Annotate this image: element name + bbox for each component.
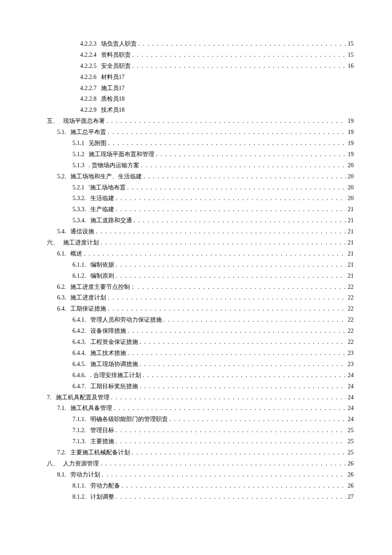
toc-leader-dots	[96, 226, 346, 237]
toc-entry: 六、施工进度计划21	[47, 237, 354, 248]
toc-number: 7.	[47, 392, 56, 403]
toc-leader-dots	[140, 337, 346, 348]
toc-leader-dots	[116, 193, 346, 204]
toc-page-number: 25	[348, 436, 354, 447]
toc-number: 8.1.2.	[72, 491, 90, 503]
toc-entry: 5.3.2.生活临建20	[47, 193, 354, 204]
toc-number: 4.2.2.9	[80, 105, 101, 116]
toc-entry: 7.1.3.主要措施25	[47, 436, 354, 447]
toc-page-number: 24	[348, 370, 354, 381]
toc-entry: 五、现场平面总布署19	[47, 116, 354, 127]
toc-title: 劳动力配备	[90, 480, 120, 491]
toc-page-number: 24	[348, 414, 354, 425]
toc-leader-dots	[143, 370, 346, 381]
toc-entry: 5.1.施工总平布置19	[47, 127, 354, 138]
toc-title: 场负责人职责	[101, 38, 137, 49]
toc-title: '施工场地布置	[89, 182, 126, 193]
toc-page-number: 25	[348, 425, 354, 436]
toc-leader-dots	[114, 403, 346, 414]
toc-number: 4.2.2.4	[80, 49, 101, 61]
toc-leader-dots	[107, 116, 346, 127]
toc-leader-dots	[156, 149, 346, 160]
toc-number: 6.4.7.	[72, 381, 90, 392]
toc-number: 4.2.2.5	[80, 61, 101, 72]
toc-page-number: 22	[348, 314, 354, 325]
toc-title: 生产临建	[90, 204, 114, 215]
toc-page-number: 22	[348, 282, 354, 293]
toc-entry: 6.1.概述21	[47, 248, 354, 259]
toc-number: 6.4.1.	[72, 314, 90, 325]
toc-title: 工期目标奖惩措施	[90, 381, 138, 392]
toc-title: 概述	[70, 248, 82, 259]
toc-number: 7.2.	[57, 447, 70, 458]
toc-entry: 4.2.2.3场负责人职责15	[47, 38, 354, 49]
table-of-contents: 4.2.2.3场负责人职责154.2.2.4资料员职责154.2.2.5安全员职…	[47, 38, 354, 502]
toc-page-number: 21	[348, 204, 354, 215]
toc-leader-dots	[170, 414, 346, 425]
toc-entry: 6.4.6.. 合理安排施工计划24	[47, 370, 354, 381]
toc-title: 安全员职责	[101, 61, 131, 72]
toc-entry: 4.2.2.6材料员17	[47, 72, 354, 83]
toc-entry: 8.1.2.计划调整27	[47, 491, 354, 503]
toc-title: 生活临建	[90, 193, 114, 204]
toc-leader-dots	[108, 292, 346, 303]
toc-leader-dots	[128, 325, 346, 337]
toc-entry: 6.4.4.施工技术措施23	[47, 348, 354, 359]
toc-title: 通信设施	[70, 226, 94, 237]
toc-title: 质检员18	[101, 93, 125, 105]
toc-leader-dots	[140, 359, 346, 370]
toc-entry: 6.2.施工进度主要节点控制：22	[47, 282, 354, 293]
toc-leader-dots	[84, 248, 346, 259]
toc-title: 劳动力计划	[70, 469, 100, 480]
toc-title: 人力资源管理	[63, 458, 99, 469]
toc-number: 5.3.3.	[72, 204, 90, 215]
toc-leader-dots	[128, 348, 346, 359]
toc-leader-dots	[108, 303, 346, 314]
toc-number: 6.2.	[57, 282, 70, 293]
toc-number: 4.2.2.8	[80, 93, 101, 105]
toc-title: 明确各级职能部门的管理职责	[90, 414, 168, 425]
toc-page-number: 22	[348, 337, 354, 348]
toc-page-number: 19	[348, 116, 354, 127]
toc-entry: 6.4.2.设备保障措施22	[47, 325, 354, 337]
toc-entry: 5.3.3.生产临建21	[47, 204, 354, 215]
toc-leader-dots	[133, 49, 346, 61]
toc-title: 施工总平布置	[70, 127, 106, 138]
toc-number: 5.1.2	[72, 149, 89, 160]
toc-title: 施工进度计划	[63, 237, 99, 248]
toc-entry: 6.4.3.工程资金保证措施22	[47, 337, 354, 348]
toc-leader-dots	[102, 469, 346, 480]
toc-entry: 7.1.2.管理目标25	[47, 425, 354, 436]
toc-number: 5.2.1	[72, 182, 89, 193]
toc-leader-dots	[141, 160, 346, 171]
toc-leader-dots	[138, 282, 346, 293]
toc-page-number: 22	[348, 303, 354, 314]
toc-page-number: 23	[348, 348, 354, 359]
toc-number: 5.1.	[57, 127, 70, 138]
toc-title: 施工进度主要节点控制：	[70, 282, 136, 293]
toc-entry: 5.1.2施工现场平面布置和管理19	[47, 149, 354, 160]
toc-leader-dots	[108, 127, 346, 138]
toc-leader-dots	[140, 381, 346, 392]
toc-title: 主要施工机械配备计划	[70, 447, 130, 458]
toc-entry: 6.1.2.编制原则21	[47, 270, 354, 282]
toc-page-number: 27	[348, 491, 354, 503]
toc-entry: 4.2.2.7施工员17	[47, 83, 354, 94]
toc-title: 施工道路和交通	[90, 215, 132, 226]
toc-entry: 7.2.主要施工机械配备计划25	[47, 447, 354, 458]
toc-page-number: 24	[348, 392, 354, 403]
toc-entry: 7.1.施工机具备管理24	[47, 403, 354, 414]
toc-page-number: 26	[348, 458, 354, 469]
toc-page-number: 21	[348, 248, 354, 259]
toc-number: 6.1.2.	[72, 270, 90, 282]
toc-entry: 5.3.4.施工道路和交通21	[47, 215, 354, 226]
toc-page-number: 22	[348, 292, 354, 303]
toc-page-number: 19	[348, 138, 354, 149]
toc-title: 技术员18	[101, 105, 125, 116]
toc-number: 8.1.	[57, 469, 70, 480]
toc-leader-dots	[134, 215, 346, 226]
toc-page-number: 19	[348, 149, 354, 160]
toc-title: 编制原则	[90, 270, 114, 282]
toc-leader-dots	[144, 171, 346, 182]
toc-leader-dots	[133, 61, 346, 72]
